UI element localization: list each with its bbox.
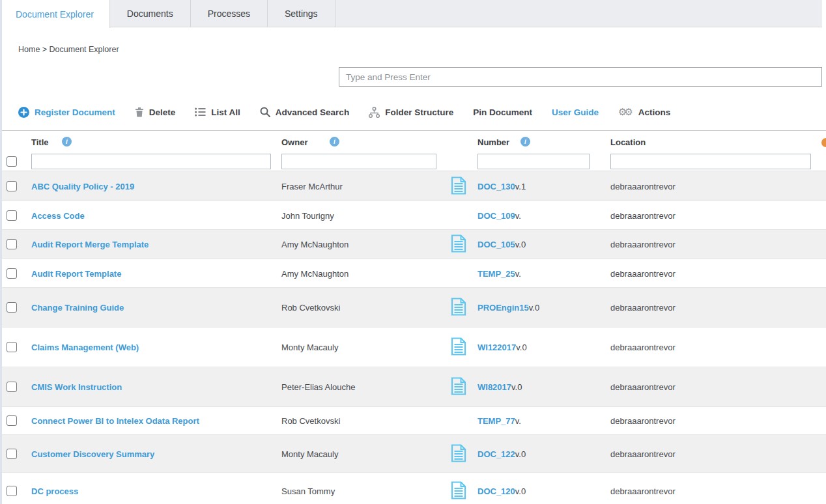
row-checkbox[interactable] bbox=[7, 239, 17, 249]
document-number: TEMP_25v. bbox=[477, 268, 521, 278]
document-number: WI82017v.0 bbox=[477, 382, 522, 392]
document-number: WI122017v.0 bbox=[477, 343, 527, 352]
toolbar-item-label: Advanced Search bbox=[276, 107, 349, 117]
list-all-button[interactable]: List All bbox=[195, 107, 240, 117]
version-text: v.0 bbox=[515, 486, 526, 496]
document-number-link[interactable]: WI122017 bbox=[477, 343, 516, 352]
location-text: debraaarontrevor bbox=[610, 181, 676, 191]
document-number-link[interactable]: TEMP_77 bbox=[477, 416, 515, 426]
document-number-link[interactable]: DOC_105 bbox=[477, 240, 515, 249]
table-row: Audit Report Template Amy McNaughton TEM… bbox=[0, 259, 826, 288]
document-icon[interactable] bbox=[451, 377, 468, 397]
document-title-link[interactable]: Audit Report Template bbox=[31, 268, 121, 278]
plus-circle-icon bbox=[18, 107, 29, 118]
version-text: v. bbox=[515, 268, 521, 278]
register-document-button[interactable]: Register Document bbox=[18, 107, 115, 118]
document-icon[interactable] bbox=[451, 481, 468, 501]
document-number-link[interactable]: DOC_130 bbox=[477, 181, 515, 191]
document-icon[interactable] bbox=[451, 444, 468, 464]
column-header-location[interactable]: Location bbox=[610, 137, 646, 147]
tab-processes[interactable]: Processes bbox=[191, 0, 268, 27]
document-number: PROEngin15v.0 bbox=[477, 303, 539, 313]
info-icon[interactable]: i bbox=[520, 137, 530, 147]
row-checkbox[interactable] bbox=[7, 486, 17, 496]
table-row: Connect Power BI to Intelex Odata Report… bbox=[0, 407, 826, 435]
actions-button[interactable]: ⚙⚙Actions bbox=[618, 106, 670, 118]
list-icon bbox=[195, 107, 206, 117]
row-checkbox[interactable] bbox=[7, 415, 17, 426]
location-text: debraaarontrevor bbox=[610, 416, 676, 426]
info-icon[interactable]: i bbox=[62, 137, 72, 147]
tab-documents[interactable]: Documents bbox=[110, 0, 191, 27]
select-all-checkbox[interactable] bbox=[7, 156, 17, 167]
document-icon-glyph bbox=[451, 234, 466, 253]
info-icon[interactable]: i bbox=[330, 137, 339, 147]
document-icon[interactable] bbox=[451, 234, 468, 254]
pin-document-button[interactable]: Pin Document bbox=[473, 107, 532, 117]
owner-text: Rob Cvetkovski bbox=[281, 416, 340, 426]
search-input[interactable] bbox=[339, 67, 822, 87]
location-text: debraaarontrevor bbox=[610, 303, 676, 313]
document-number-link[interactable]: TEMP_25 bbox=[477, 268, 515, 278]
document-number: DOC_120v.0 bbox=[477, 486, 526, 496]
breadcrumb[interactable]: Home > Document Explorer bbox=[18, 45, 119, 54]
document-explorer-app: Document ExplorerDocumentsProcessesSetti… bbox=[0, 0, 826, 504]
row-checkbox[interactable] bbox=[7, 342, 17, 352]
row-checkbox[interactable] bbox=[7, 210, 17, 221]
document-number-link[interactable]: DOC_122 bbox=[477, 449, 515, 458]
document-number-link[interactable]: WI82017 bbox=[477, 382, 511, 392]
advanced-search-button[interactable]: Advanced Search bbox=[260, 107, 349, 117]
document-title-link[interactable]: Claims Management (Web) bbox=[31, 343, 139, 352]
tab-document-explorer[interactable]: Document Explorer bbox=[0, 0, 110, 28]
document-title-link[interactable]: Access Code bbox=[31, 210, 85, 220]
tab-settings[interactable]: Settings bbox=[268, 0, 335, 27]
document-icon[interactable] bbox=[451, 298, 468, 317]
location-text: debraaarontrevor bbox=[610, 268, 676, 278]
document-number-link[interactable]: DOC_120 bbox=[477, 486, 515, 496]
search-icon bbox=[260, 107, 270, 117]
row-checkbox[interactable] bbox=[7, 181, 17, 191]
document-title-link[interactable]: Audit Report Merge Template bbox=[31, 240, 149, 249]
row-checkbox[interactable] bbox=[7, 302, 17, 313]
table-row: Change Training Guide Rob Cvetkovski PRO… bbox=[0, 288, 826, 328]
document-number-link[interactable]: PROEngin15 bbox=[477, 303, 529, 313]
version-text: v.0 bbox=[515, 240, 526, 249]
number-filter-input[interactable] bbox=[477, 154, 590, 169]
version-text: v.0 bbox=[515, 449, 526, 458]
location-filter-input[interactable] bbox=[610, 154, 811, 169]
user-guide-button[interactable]: User Guide bbox=[552, 107, 599, 117]
title-filter-input[interactable] bbox=[31, 154, 271, 169]
document-title-link[interactable]: Change Training Guide bbox=[31, 303, 124, 313]
version-text: v.1 bbox=[515, 181, 526, 191]
document-icon-glyph bbox=[451, 176, 466, 195]
document-icon[interactable] bbox=[451, 176, 468, 196]
toolbar-item-label: Register Document bbox=[35, 107, 115, 117]
document-icon[interactable] bbox=[451, 337, 468, 357]
document-title-link[interactable]: Connect Power BI to Intelex Odata Report bbox=[31, 416, 199, 426]
table-row: Access Code John Tourigny DOC_109v. debr… bbox=[0, 201, 826, 230]
document-title-link[interactable]: CMIS Work Instruction bbox=[31, 382, 122, 392]
owner-filter-input[interactable] bbox=[281, 154, 436, 169]
clipped-edge-icon bbox=[821, 138, 826, 147]
table-row: Customer Discovery Summary Monty Macauly… bbox=[0, 435, 826, 473]
document-number: DOC_105v.0 bbox=[477, 240, 526, 249]
folder-structure-button[interactable]: Folder Structure bbox=[369, 107, 453, 118]
row-checkbox[interactable] bbox=[7, 449, 17, 459]
column-header-owner[interactable]: Owner bbox=[281, 137, 307, 147]
document-number-link[interactable]: DOC_109 bbox=[477, 210, 515, 220]
owner-text: Susan Tommy bbox=[281, 486, 335, 496]
table-body: ABC Quality Policy - 2019 Fraser McArthu… bbox=[0, 171, 826, 504]
document-title-link[interactable]: DC process bbox=[31, 486, 78, 496]
document-title-link[interactable]: Customer Discovery Summary bbox=[31, 449, 154, 458]
document-number: DOC_130v.1 bbox=[477, 181, 526, 191]
delete-button[interactable]: Delete bbox=[135, 107, 176, 117]
toolbar: Register Document Delete List All Advanc… bbox=[18, 102, 670, 122]
row-checkbox[interactable] bbox=[7, 268, 17, 279]
column-header-title[interactable]: Title bbox=[31, 137, 49, 147]
tab-bar: Document ExplorerDocumentsProcessesSetti… bbox=[0, 0, 822, 27]
column-header-number[interactable]: Number bbox=[477, 137, 509, 147]
row-checkbox[interactable] bbox=[7, 382, 17, 392]
toolbar-item-label: Pin Document bbox=[473, 107, 532, 117]
table-row: CMIS Work Instruction Peter-Elias Alouch… bbox=[0, 367, 826, 407]
document-title-link[interactable]: ABC Quality Policy - 2019 bbox=[31, 181, 134, 191]
